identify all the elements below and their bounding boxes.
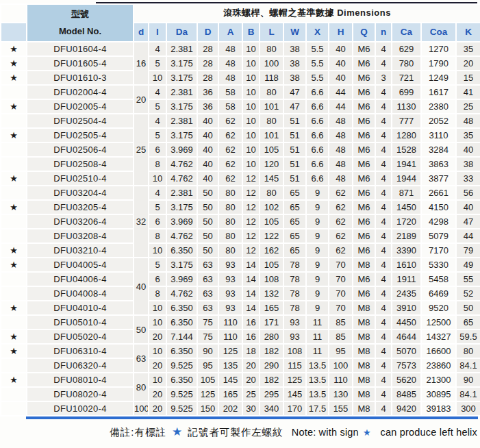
- cell-l: 8: [149, 286, 166, 301]
- cell-d: 25: [134, 114, 149, 186]
- cell-l: 8: [149, 229, 166, 243]
- cell-K: 84.1: [456, 387, 480, 401]
- cell-n: 4: [375, 42, 392, 56]
- star-cell-empty: [1, 387, 27, 401]
- cell-X: 17.5: [306, 401, 329, 416]
- table-row: ★DFU08010-480106.3501051452018212513.511…: [1, 373, 480, 387]
- cell-Coa: 23860: [421, 358, 456, 373]
- cell-Da: 3.175: [166, 258, 197, 272]
- model-no-cell: DFU02508-4: [27, 157, 134, 171]
- cell-K: 25: [456, 99, 480, 114]
- cell-Da: 6.350: [166, 301, 197, 315]
- cell-Q: M8: [353, 301, 375, 315]
- cell-X: 13.5: [306, 387, 329, 401]
- cell-Ca: 1944: [392, 171, 421, 186]
- cell-Q: M6: [353, 157, 375, 171]
- cell-l: 10: [149, 315, 166, 329]
- cell-D: 125: [197, 387, 218, 401]
- cell-A: 48: [218, 56, 242, 71]
- table-row: ★DFU04010-4106.35063931416578970M8439109…: [1, 301, 480, 315]
- cell-X: 6.6: [306, 157, 329, 171]
- cell-Da: 3.175: [166, 56, 197, 71]
- cell-X: 6.6: [306, 85, 329, 99]
- cell-d: 20: [134, 85, 149, 114]
- cell-A: 80: [218, 243, 242, 258]
- cell-K: 50: [456, 301, 480, 315]
- cell-B: 10: [242, 157, 260, 171]
- cell-n: 4: [375, 171, 392, 186]
- cell-Q: M6: [353, 85, 375, 99]
- cell-B: 12: [242, 186, 260, 200]
- star-icon: ★: [1, 56, 27, 71]
- star-icon: ★: [1, 329, 27, 344]
- table-row: DFU02504-42542.38140621080516.648M647772…: [1, 114, 480, 128]
- cell-Ca: 1720: [392, 214, 421, 229]
- dimensions-table: 型號 Model No. 滾珠螺桿、螺帽之基準數據 Dimensions dlD…: [0, 3, 480, 416]
- cell-L: 340: [260, 401, 283, 416]
- cell-Q: M6: [353, 128, 375, 142]
- cell-A: 135: [218, 358, 242, 373]
- model-no-cell: DFU03208-4: [27, 229, 134, 243]
- cell-W: 47: [283, 85, 306, 99]
- cell-B: 20: [242, 373, 260, 387]
- cell-H: 62: [329, 214, 353, 229]
- cell-X: 9: [306, 243, 329, 258]
- cell-W: 65: [283, 243, 306, 258]
- cell-Ca: 4450: [392, 315, 421, 329]
- cell-Da: 3.175: [166, 200, 197, 214]
- cell-W: 47: [283, 99, 306, 114]
- cell-Coa: 4298: [421, 214, 456, 229]
- cell-X: 9: [306, 258, 329, 272]
- cell-Q: M6: [353, 229, 375, 243]
- cell-A: 110: [218, 329, 242, 344]
- table-row: DFU06320-4209.525951352029011513.5100M84…: [1, 358, 480, 373]
- cell-n: 4: [375, 85, 392, 99]
- cell-W: 65: [283, 214, 306, 229]
- star-cell-empty: [1, 286, 27, 301]
- cell-D: 28: [197, 71, 218, 85]
- col-header-A: A: [218, 23, 242, 42]
- cell-n: 4: [375, 401, 392, 416]
- cell-n: 4: [375, 301, 392, 315]
- cell-H: 62: [329, 243, 353, 258]
- cell-A: 58: [218, 99, 242, 114]
- cell-Q: M6: [353, 186, 375, 200]
- cell-l: 5: [149, 258, 166, 272]
- cell-B: 25: [242, 387, 260, 401]
- cell-L: 182: [260, 344, 283, 358]
- cell-A: 80: [218, 200, 242, 214]
- cell-D: 50: [197, 243, 218, 258]
- cell-Q: M8: [353, 315, 375, 329]
- col-header-l: l: [149, 23, 166, 42]
- cell-B: 14: [242, 272, 260, 286]
- cell-Ca: 2435: [392, 286, 421, 301]
- cell-K: 44: [456, 229, 480, 243]
- cell-H: 44: [329, 99, 353, 114]
- cell-L: 100: [260, 56, 283, 71]
- cell-K: 40: [456, 200, 480, 214]
- cell-X: 9: [306, 200, 329, 214]
- cell-Coa: 2380: [421, 99, 456, 114]
- cell-B: 10: [242, 142, 260, 157]
- cell-Da: 3.969: [166, 142, 197, 157]
- cell-d: 16: [134, 42, 149, 85]
- star-cell-empty: [1, 315, 27, 329]
- cell-A: 202: [218, 401, 242, 416]
- model-no-cell: DFU10020-4: [27, 401, 134, 416]
- model-no-cell: DFU05010-4: [27, 315, 134, 329]
- cell-n: 4: [375, 99, 392, 114]
- cell-Ca: 629: [392, 42, 421, 56]
- cell-Coa: 2052: [421, 114, 456, 128]
- cell-Q: M8: [353, 358, 375, 373]
- model-no-cell: DFU01610-3: [27, 71, 134, 85]
- star-icon: ★: [169, 425, 185, 438]
- table-row: ★DFU01604-41642.38128481080385.540M64629…: [1, 42, 480, 56]
- cell-A: 80: [218, 186, 242, 200]
- cell-Q: M6: [353, 286, 375, 301]
- table-row: ★DFU03210-4106.35050801216265962M6433907…: [1, 243, 480, 258]
- col-header-H: H: [329, 23, 353, 42]
- cell-K: 48: [456, 114, 480, 128]
- cell-Ca: 9420: [392, 401, 421, 416]
- col-header-B: B: [242, 23, 260, 42]
- cell-Coa: 4150: [421, 200, 456, 214]
